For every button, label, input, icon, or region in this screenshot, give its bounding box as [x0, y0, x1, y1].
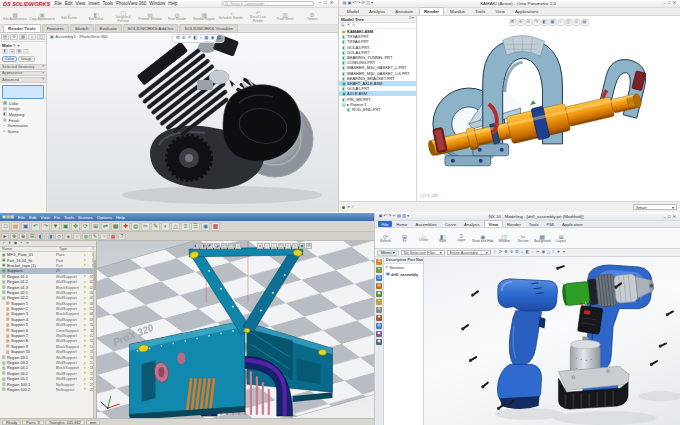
- check-all-icon[interactable]: ✓: [1, 242, 6, 246]
- tree-row[interactable]: ▥ Region 04.1 BlockSupport ● 18: [0, 365, 96, 370]
- menu-item[interactable]: File: [53, 1, 63, 6]
- mirror-icon[interactable]: ⇄: [101, 222, 110, 231]
- tree-row[interactable]: ▤ Supports 28 ●: [0, 268, 96, 273]
- final-render-button[interactable]: ◍ Final Render: [164, 9, 190, 23]
- orient-button[interactable]: ⌂ Orient: [415, 229, 432, 247]
- ribbon-tab[interactable]: Home: [393, 221, 411, 227]
- undo-icon[interactable]: ↶: [31, 222, 40, 231]
- ribbon-tab[interactable]: Assemblies: [412, 221, 440, 227]
- pin-icon[interactable]: ▾: [16, 44, 20, 48]
- measure-icon[interactable]: △: [547, 250, 551, 254]
- menu-item[interactable]: Insert: [87, 1, 101, 6]
- wireframe-icon[interactable]: ○: [531, 250, 535, 254]
- snap-point-icon[interactable]: ⊹: [493, 250, 498, 254]
- menu-item[interactable]: Edit: [27, 215, 39, 220]
- pattern-icon[interactable]: ▦: [16, 49, 22, 54]
- measure-icon[interactable]: ⊹: [285, 243, 291, 249]
- options-dropdown-icon[interactable]: ▾: [370, 1, 373, 5]
- zoom-area-icon[interactable]: ⊕: [182, 36, 186, 41]
- qat-dropdown-icon[interactable]: ▾: [406, 214, 409, 218]
- recall-render-button[interactable]: ↶ Recall Last Render: [245, 9, 271, 23]
- info-icon[interactable]: ◔: [100, 233, 108, 240]
- platform-icon[interactable]: ▦: [10, 215, 14, 219]
- repaint-icon[interactable]: ✎: [533, 19, 540, 26]
- column-name[interactable]: Name: [2, 247, 59, 251]
- tree-row[interactable]: ▦ MFG_Plate_01 Plate ● 1: [0, 252, 96, 257]
- build-platform-canvas[interactable]: ProX 320: [97, 241, 374, 418]
- fit-icon[interactable]: ⊞: [515, 250, 520, 254]
- ribbon-tab[interactable]: Render Tools: [3, 24, 41, 32]
- tree-row[interactable]: ▨ Support 6 ConeSupport ● 11: [0, 327, 96, 332]
- render-region-button[interactable]: ▦ Render Region: [191, 9, 217, 23]
- settings-icon[interactable]: ⚙: [306, 243, 312, 249]
- ribbon-tab[interactable]: Curve: [441, 221, 459, 227]
- new-icon[interactable]: □: [1, 222, 10, 231]
- model-tree-item[interactable]: ◧ ROD_END.PRT: [339, 107, 416, 112]
- view-left-icon[interactable]: ◩: [207, 243, 213, 249]
- wireframe-icon[interactable]: ○: [73, 233, 81, 240]
- constraint-navigator-icon[interactable]: ≡: [376, 267, 382, 273]
- redo-icon[interactable]: ↷: [41, 222, 50, 231]
- view-icon[interactable]: ◉: [201, 222, 210, 231]
- proof-sheet-button[interactable]: ▥ Proof Sheet: [272, 9, 298, 23]
- lock-icon[interactable]: ▪: [19, 242, 24, 246]
- view-top-icon[interactable]: ◰: [221, 243, 227, 249]
- snapshot-icon[interactable]: ▣: [299, 243, 305, 249]
- visibility-icon[interactable]: ◉: [13, 242, 18, 246]
- section-view-icon[interactable]: ◧: [193, 36, 197, 41]
- tree-row[interactable]: ▥ Region 05.1 WallSupport ● 20: [0, 376, 96, 381]
- menu-item[interactable]: Tools: [101, 1, 115, 6]
- zoom-icon[interactable]: ⊕: [509, 250, 514, 254]
- spin-center-icon[interactable]: ⊙: [573, 19, 580, 26]
- top-view-icon[interactable]: ◨: [46, 233, 54, 240]
- translate-icon[interactable]: ✥: [71, 222, 80, 231]
- menu-item[interactable]: Options: [95, 215, 114, 220]
- layout-button[interactable]: ⊞ Layout: [553, 229, 570, 247]
- texture-icon[interactable]: ▤: [9, 49, 15, 54]
- ribbon-tab[interactable]: Manikin: [446, 8, 469, 15]
- palette-icon[interactable]: ▩: [211, 222, 220, 231]
- annotate-icon[interactable]: ✎: [292, 243, 298, 249]
- tree-row[interactable]: ▨ Support 3 BlockSupport ● 08: [0, 311, 96, 316]
- ribbon-tab[interactable]: Features: [42, 24, 69, 32]
- view-back-icon[interactable]: ◨: [200, 243, 206, 249]
- menu-item[interactable]: Help: [167, 1, 179, 6]
- appearance-icon[interactable]: ◧: [2, 49, 8, 54]
- view-front-icon[interactable]: ◧: [193, 243, 199, 249]
- marking-icon[interactable]: ✎: [91, 233, 99, 240]
- tree-row[interactable]: ▨ Support 8 WallSupport ● 13: [0, 338, 96, 343]
- appearance-icon[interactable]: ▩: [216, 36, 220, 41]
- selection-filter-dropdown[interactable]: Smart ▾: [633, 204, 677, 210]
- tree-row[interactable]: ▥ Region 100.2 NoSupport ● 22: [0, 387, 96, 392]
- plane-display-icon[interactable]: ◫: [565, 19, 572, 26]
- scene-item[interactable]: ⌂ Scene: [0, 128, 46, 134]
- edit-scene-button[interactable]: ⌂ Edit Scene: [56, 9, 82, 23]
- show-hide-button[interactable]: ◉ Show and Hide: [472, 229, 494, 247]
- ribbon-tab[interactable]: SOLIDWORKS Visualize: [179, 24, 237, 32]
- show-hide-icon[interactable]: ◉: [541, 250, 546, 254]
- part-navigator-icon[interactable]: ◳: [376, 275, 382, 281]
- fit-icon[interactable]: ⊞: [28, 233, 36, 240]
- tree-scrollbar[interactable]: [93, 252, 96, 418]
- ribbon-tab[interactable]: Sketch: [70, 24, 93, 32]
- tree-row[interactable]: ▨ Support 4 WallSupport ● 09: [0, 317, 96, 322]
- ribbon-tab[interactable]: Analysis: [365, 8, 389, 15]
- fit-button[interactable]: ⊞ Fit: [396, 229, 413, 247]
- tree-row[interactable]: ▥ Region 01.2 WallSupport ● 02: [0, 279, 96, 284]
- render-options-button[interactable]: ⚙ Options: [299, 9, 325, 23]
- document-tab[interactable]: ▣ Assembly1 - PhotoView 360: [50, 34, 108, 39]
- hide-show-icon[interactable]: ◉: [211, 36, 215, 41]
- support-generation-icon[interactable]: ≡: [181, 222, 190, 231]
- measure-icon[interactable]: △: [171, 222, 180, 231]
- preview-window-button[interactable]: ▤ Preview Window: [137, 9, 163, 23]
- shade-icon[interactable]: ●: [64, 233, 72, 240]
- show-list-icon[interactable]: ▤: [341, 24, 345, 28]
- copy-appearance-button[interactable]: ▣ Copy Appearance: [29, 9, 55, 23]
- edit-section-icon[interactable]: ✂: [535, 250, 540, 254]
- drill-exploded-canvas[interactable]: [424, 257, 680, 425]
- panel-section-header[interactable]: Selected Geometry▾: [0, 64, 46, 70]
- roles-icon[interactable]: ◉: [376, 339, 382, 345]
- mesh-icon[interactable]: ▦: [111, 222, 120, 231]
- zoom-fit-icon[interactable]: ⊞: [176, 36, 180, 41]
- schedule-render-button[interactable]: ◔ Schedule Render: [218, 9, 244, 23]
